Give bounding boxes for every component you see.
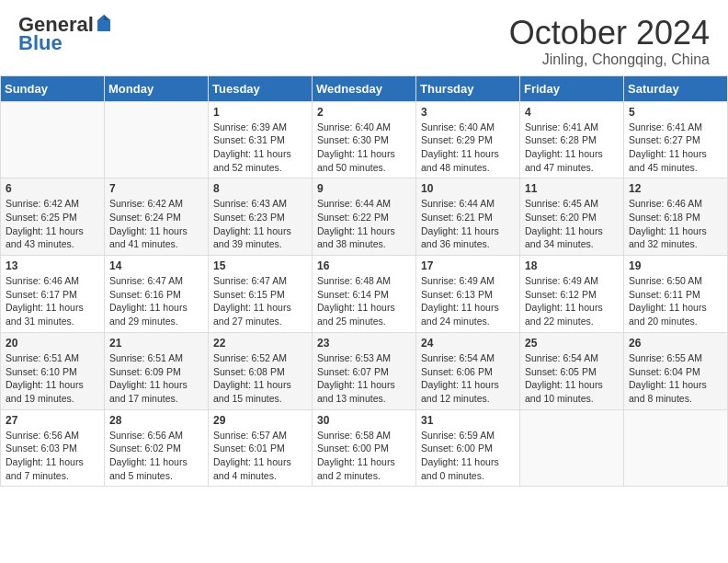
calendar-day: 11Sunrise: 6:45 AMSunset: 6:20 PMDayligh… [520, 178, 624, 256]
day-info: Sunrise: 6:46 AMSunset: 6:18 PMDaylight:… [629, 197, 722, 251]
calendar-body: 1Sunrise: 6:39 AMSunset: 6:31 PMDaylight… [1, 101, 728, 487]
day-info: Sunrise: 6:40 AMSunset: 6:30 PMDaylight:… [317, 121, 411, 175]
day-number: 18 [525, 259, 619, 272]
calendar-day: 12Sunrise: 6:46 AMSunset: 6:18 PMDayligh… [624, 178, 728, 256]
calendar-day: 15Sunrise: 6:47 AMSunset: 6:15 PMDayligh… [209, 256, 313, 333]
day-info: Sunrise: 6:43 AMSunset: 6:23 PMDaylight:… [213, 197, 307, 251]
calendar-day: 20Sunrise: 6:51 AMSunset: 6:10 PMDayligh… [1, 332, 105, 409]
calendar-day: 23Sunrise: 6:53 AMSunset: 6:07 PMDayligh… [313, 332, 416, 409]
day-info: Sunrise: 6:44 AMSunset: 6:22 PMDaylight:… [317, 197, 411, 251]
logo-icon [96, 13, 112, 33]
calendar-day: 22Sunrise: 6:52 AMSunset: 6:08 PMDayligh… [209, 332, 313, 409]
day-info: Sunrise: 6:56 AMSunset: 6:02 PMDaylight:… [109, 429, 203, 483]
calendar-day: 27Sunrise: 6:56 AMSunset: 6:03 PMDayligh… [1, 409, 105, 487]
calendar-day: 28Sunrise: 6:56 AMSunset: 6:02 PMDayligh… [105, 409, 209, 487]
calendar-table: Sunday Monday Tuesday Wednesday Thursday… [0, 75, 728, 488]
calendar-day: 14Sunrise: 6:47 AMSunset: 6:16 PMDayligh… [105, 256, 209, 333]
day-info: Sunrise: 6:49 AMSunset: 6:13 PMDaylight:… [421, 274, 515, 328]
calendar-day: 21Sunrise: 6:51 AMSunset: 6:09 PMDayligh… [105, 332, 209, 409]
day-info: Sunrise: 6:53 AMSunset: 6:07 PMDaylight:… [317, 351, 411, 406]
day-number: 23 [317, 337, 411, 350]
day-info: Sunrise: 6:56 AMSunset: 6:03 PMDaylight:… [6, 429, 99, 483]
day-number: 29 [213, 414, 307, 427]
day-number: 4 [525, 106, 619, 119]
day-number: 7 [109, 182, 203, 195]
calendar-week-5: 27Sunrise: 6:56 AMSunset: 6:03 PMDayligh… [1, 409, 728, 487]
day-number: 12 [629, 182, 722, 195]
day-number: 1 [213, 106, 307, 119]
calendar-day: 4Sunrise: 6:41 AMSunset: 6:28 PMDaylight… [520, 101, 624, 178]
calendar-day [624, 409, 728, 487]
header-tuesday: Tuesday [209, 75, 313, 101]
day-info: Sunrise: 6:41 AMSunset: 6:28 PMDaylight:… [525, 121, 619, 175]
day-number: 30 [317, 414, 411, 427]
day-info: Sunrise: 6:49 AMSunset: 6:12 PMDaylight:… [525, 274, 619, 328]
day-number: 11 [525, 182, 619, 195]
day-number: 2 [317, 106, 411, 119]
day-number: 25 [525, 337, 619, 350]
day-info: Sunrise: 6:42 AMSunset: 6:24 PMDaylight:… [109, 197, 203, 251]
calendar-day: 31Sunrise: 6:59 AMSunset: 6:00 PMDayligh… [416, 409, 520, 487]
calendar-day: 8Sunrise: 6:43 AMSunset: 6:23 PMDaylight… [209, 178, 313, 256]
day-info: Sunrise: 6:58 AMSunset: 6:00 PMDaylight:… [317, 429, 411, 483]
day-number: 10 [421, 182, 515, 195]
day-number: 6 [6, 182, 99, 195]
calendar-day: 1Sunrise: 6:39 AMSunset: 6:31 PMDaylight… [209, 101, 313, 178]
calendar-day: 10Sunrise: 6:44 AMSunset: 6:21 PMDayligh… [416, 178, 520, 256]
calendar-week-3: 13Sunrise: 6:46 AMSunset: 6:17 PMDayligh… [1, 256, 728, 333]
calendar-title: October 2024 [509, 15, 710, 52]
calendar-subtitle: Jinling, Chongqing, China [509, 52, 710, 68]
day-number: 21 [109, 337, 203, 350]
day-number: 27 [6, 414, 99, 427]
calendar-day [105, 101, 209, 178]
calendar-day: 17Sunrise: 6:49 AMSunset: 6:13 PMDayligh… [416, 256, 520, 333]
day-info: Sunrise: 6:42 AMSunset: 6:25 PMDaylight:… [6, 197, 99, 251]
calendar-day: 5Sunrise: 6:41 AMSunset: 6:27 PMDaylight… [624, 101, 728, 178]
day-info: Sunrise: 6:39 AMSunset: 6:31 PMDaylight:… [213, 121, 307, 175]
day-info: Sunrise: 6:55 AMSunset: 6:04 PMDaylight:… [629, 351, 722, 406]
day-info: Sunrise: 6:54 AMSunset: 6:06 PMDaylight:… [421, 351, 515, 406]
day-info: Sunrise: 6:40 AMSunset: 6:29 PMDaylight:… [421, 121, 515, 175]
title-area: October 2024 Jinling, Chongqing, China [509, 15, 710, 68]
calendar-day: 16Sunrise: 6:48 AMSunset: 6:14 PMDayligh… [313, 256, 416, 333]
logo: General Blue [18, 15, 112, 55]
day-number: 19 [629, 259, 722, 272]
header-monday: Monday [105, 75, 209, 101]
header-thursday: Thursday [416, 75, 520, 101]
day-info: Sunrise: 6:59 AMSunset: 6:00 PMDaylight:… [421, 429, 515, 483]
day-number: 14 [109, 259, 203, 272]
day-info: Sunrise: 6:45 AMSunset: 6:20 PMDaylight:… [525, 197, 619, 251]
calendar-day [520, 409, 624, 487]
day-number: 17 [421, 259, 515, 272]
day-number: 31 [421, 414, 515, 427]
day-info: Sunrise: 6:51 AMSunset: 6:10 PMDaylight:… [6, 351, 99, 406]
page: General Blue October 2024 Jinling, Chong… [0, 0, 728, 487]
header-wednesday: Wednesday [313, 75, 416, 101]
day-info: Sunrise: 6:47 AMSunset: 6:15 PMDaylight:… [213, 274, 307, 328]
calendar-day: 13Sunrise: 6:46 AMSunset: 6:17 PMDayligh… [1, 256, 105, 333]
day-number: 3 [421, 106, 515, 119]
day-info: Sunrise: 6:47 AMSunset: 6:16 PMDaylight:… [109, 274, 203, 328]
day-number: 16 [317, 259, 411, 272]
header-saturday: Saturday [624, 75, 728, 101]
calendar-week-1: 1Sunrise: 6:39 AMSunset: 6:31 PMDaylight… [1, 101, 728, 178]
header: General Blue October 2024 Jinling, Chong… [0, 0, 728, 75]
day-info: Sunrise: 6:51 AMSunset: 6:09 PMDaylight:… [109, 351, 203, 406]
day-number: 20 [6, 337, 99, 350]
calendar-week-2: 6Sunrise: 6:42 AMSunset: 6:25 PMDaylight… [1, 178, 728, 256]
day-number: 24 [421, 337, 515, 350]
day-info: Sunrise: 6:48 AMSunset: 6:14 PMDaylight:… [317, 274, 411, 328]
calendar-day: 25Sunrise: 6:54 AMSunset: 6:05 PMDayligh… [520, 332, 624, 409]
day-info: Sunrise: 6:44 AMSunset: 6:21 PMDaylight:… [421, 197, 515, 251]
calendar-day: 29Sunrise: 6:57 AMSunset: 6:01 PMDayligh… [209, 409, 313, 487]
calendar-day: 26Sunrise: 6:55 AMSunset: 6:04 PMDayligh… [624, 332, 728, 409]
calendar-header-row: Sunday Monday Tuesday Wednesday Thursday… [1, 75, 728, 101]
day-info: Sunrise: 6:57 AMSunset: 6:01 PMDaylight:… [213, 429, 307, 483]
logo-blue-text: Blue [18, 31, 63, 55]
day-number: 8 [213, 182, 307, 195]
calendar-day: 3Sunrise: 6:40 AMSunset: 6:29 PMDaylight… [416, 101, 520, 178]
header-friday: Friday [520, 75, 624, 101]
day-number: 9 [317, 182, 411, 195]
calendar-day: 2Sunrise: 6:40 AMSunset: 6:30 PMDaylight… [313, 101, 416, 178]
calendar-day: 24Sunrise: 6:54 AMSunset: 6:06 PMDayligh… [416, 332, 520, 409]
